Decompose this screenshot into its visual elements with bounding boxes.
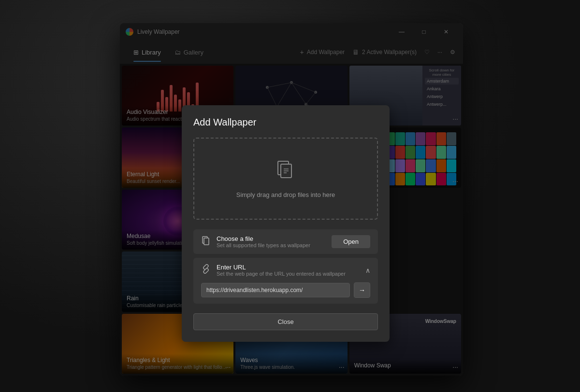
open-button[interactable]: Open [332, 235, 370, 248]
svg-rect-21 [204, 238, 209, 245]
choose-file-text: Choose a file Set all supported file typ… [217, 235, 310, 248]
choose-file-left: Choose a file Set all supported file typ… [201, 235, 310, 248]
main-window: Lively Wallpaper — □ ✕ ⊞ Library 🗂 Galle… [120, 23, 463, 376]
drop-text: Simply drag and drop files into here [236, 191, 335, 198]
dialog-close-button[interactable]: Close [193, 313, 378, 330]
url-input-row: → [193, 282, 378, 304]
url-go-button[interactable]: → [354, 282, 370, 298]
add-wallpaper-dialog: Add Wallpaper Simply drag and drop files… [182, 105, 390, 342]
enter-url-label: Enter URL [217, 264, 346, 271]
url-input[interactable] [201, 283, 350, 297]
enter-url-section: Enter URL Set the web page of the URL yo… [193, 258, 378, 304]
url-text: Enter URL Set the web page of the URL yo… [217, 264, 346, 277]
choose-file-section: Choose a file Set all supported file typ… [193, 229, 378, 254]
drop-file-icon [274, 159, 297, 185]
choose-file-desc: Set all supported file types as wallpape… [217, 242, 310, 248]
choose-file-label: Choose a file [217, 235, 310, 242]
dialog-title: Add Wallpaper [193, 117, 378, 128]
url-option-header: Enter URL Set the web page of the URL yo… [193, 258, 378, 282]
url-expand-button[interactable]: ∧ [365, 266, 370, 274]
enter-url-desc: Set the web page of the URL you entered … [217, 271, 346, 277]
file-icon [201, 236, 211, 248]
url-option-left: Enter URL Set the web page of the URL yo… [201, 264, 346, 277]
drop-zone[interactable]: Simply drag and drop files into here [193, 138, 378, 220]
link-icon [201, 264, 211, 276]
